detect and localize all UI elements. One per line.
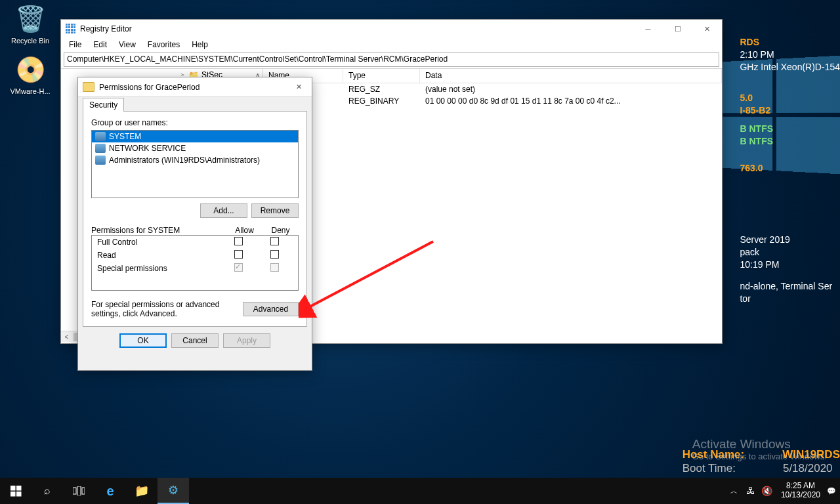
package-icon: 📀: [14, 54, 46, 85]
taskbar: ⌕ e 📁 ⚙ ︿ 🖧 🔇 8:25 AM 10/13/2020 💬: [0, 478, 840, 504]
perm-row-read: Read: [92, 249, 298, 262]
bginfo-overlay: RDS 2:10 PM GHz Intel Xeon(R)D-154 5.0 I…: [740, 36, 840, 305]
svg-rect-5: [73, 488, 76, 494]
column-type[interactable]: Type: [343, 69, 420, 83]
menu-edit[interactable]: Edit: [88, 39, 112, 50]
start-button[interactable]: [0, 478, 32, 504]
regedit-titlebar[interactable]: Registry Editor ─ ☐ ✕: [61, 20, 722, 38]
recycle-bin-icon: 🗑️: [14, 3, 46, 35]
user-item-admins[interactable]: Administrators (WIN19RDS\Administrators): [92, 154, 298, 166]
perm-row-special: Special permissions: [92, 262, 298, 275]
deny-checkbox[interactable]: [270, 237, 279, 245]
allow-checkbox[interactable]: [234, 237, 243, 245]
tray-chevron-up-icon[interactable]: ︿: [730, 486, 738, 496]
cancel-button[interactable]: Cancel: [171, 333, 219, 348]
add-button[interactable]: Add...: [200, 203, 247, 218]
column-data[interactable]: Data: [420, 69, 722, 83]
svg-rect-4: [16, 492, 22, 497]
volume-mute-icon[interactable]: 🔇: [761, 486, 772, 496]
regedit-list[interactable]: Name Type Data ab REG_SZ (value not set)…: [263, 69, 722, 342]
menu-favorites[interactable]: Favorites: [142, 39, 185, 50]
taskbar-ie[interactable]: e: [94, 478, 126, 504]
permissions-dialog: Permissions for GracePeriod ✕ Security G…: [77, 77, 312, 371]
windows-icon: [10, 486, 22, 497]
tab-security[interactable]: Security: [83, 98, 124, 112]
desktop-icon-recycle-bin[interactable]: 🗑️ Recycle Bin: [5, 3, 55, 45]
advanced-text: For special permissions or advanced sett…: [91, 300, 238, 318]
regedit-icon: [66, 24, 76, 34]
regedit-menubar: File Edit View Favorites Help: [61, 38, 722, 51]
task-view-icon: [73, 486, 85, 495]
close-button[interactable]: ✕: [285, 78, 312, 96]
allow-checkbox[interactable]: [234, 250, 243, 259]
taskbar-clock[interactable]: 8:25 AM 10/13/2020: [781, 482, 820, 500]
allow-header: Allow: [226, 226, 262, 235]
activate-windows-watermark: Activate Windows Go to Settings to activ…: [692, 437, 827, 461]
svg-rect-3: [10, 492, 16, 497]
desktop-icon-vmware[interactable]: 📀 VMware-H...: [5, 54, 55, 95]
folder-icon: [83, 82, 94, 92]
user-item-network[interactable]: NETWORK SERVICE: [92, 142, 298, 154]
close-button[interactable]: ✕: [692, 20, 722, 38]
scroll-left-icon[interactable]: <: [61, 333, 72, 341]
deny-header: Deny: [262, 226, 299, 235]
regedit-title: Registry Editor: [80, 24, 633, 33]
maximize-button[interactable]: ☐: [663, 20, 692, 38]
allow-checkbox: [234, 263, 243, 272]
users-icon: [95, 132, 106, 141]
deny-checkbox[interactable]: [270, 250, 279, 259]
perm-row-full-control: Full Control: [92, 236, 298, 249]
perm-titlebar[interactable]: Permissions for GracePeriod ✕: [78, 77, 312, 97]
server-icon: ⚙: [168, 483, 178, 497]
network-icon[interactable]: 🖧: [746, 486, 755, 496]
list-row[interactable]: 01MEBO... REG_BINARY 01 00 00 00 d0 8c 9…: [263, 95, 722, 107]
svg-rect-1: [10, 486, 16, 491]
search-button[interactable]: ⌕: [32, 478, 63, 504]
deny-checkbox: [270, 263, 279, 272]
users-icon: [95, 156, 106, 165]
taskbar-explorer[interactable]: 📁: [126, 478, 158, 504]
perm-title: Permissions for GracePeriod: [99, 83, 285, 92]
system-tray: ︿ 🖧 🔇 8:25 AM 10/13/2020 💬: [730, 482, 840, 500]
users-icon: [95, 144, 106, 153]
task-view-button[interactable]: [63, 478, 94, 504]
apply-button[interactable]: Apply: [223, 333, 270, 348]
svg-rect-2: [16, 486, 22, 491]
remove-button[interactable]: Remove: [251, 203, 299, 218]
user-item-system[interactable]: SYSTEM: [92, 131, 298, 142]
regedit-address-bar[interactable]: Computer\HKEY_LOCAL_MACHINE\SYSTEM\Curre…: [64, 52, 719, 67]
taskbar-servermanager[interactable]: ⚙: [158, 478, 189, 504]
menu-file[interactable]: File: [64, 39, 87, 50]
folder-icon: 📁: [135, 484, 149, 498]
advanced-button[interactable]: Advanced: [243, 302, 299, 316]
list-header: Name Type Data: [263, 69, 722, 83]
user-list[interactable]: SYSTEM NETWORK SERVICE Administrators (W…: [91, 130, 299, 198]
ie-icon: e: [106, 484, 114, 499]
group-user-label: Group or user names:: [91, 118, 299, 127]
action-center-icon[interactable]: 💬: [827, 487, 836, 495]
list-row[interactable]: ab REG_SZ (value not set): [263, 83, 722, 95]
minimize-button[interactable]: ─: [633, 20, 663, 38]
permissions-for-label: Permissions for SYSTEM: [91, 226, 226, 235]
permission-checklist: Full Control Read Special permissions: [91, 235, 299, 291]
svg-rect-6: [77, 486, 81, 495]
svg-rect-7: [82, 488, 85, 494]
search-icon: ⌕: [44, 485, 51, 497]
menu-view[interactable]: View: [114, 39, 141, 50]
menu-help[interactable]: Help: [186, 39, 213, 50]
ok-button[interactable]: OK: [119, 333, 167, 348]
